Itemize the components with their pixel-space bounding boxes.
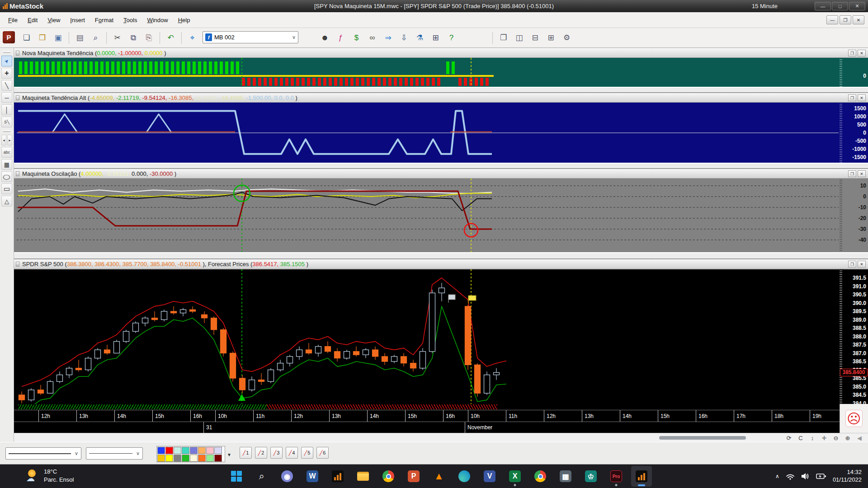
color-swatch[interactable] [206,447,214,454]
crosshair-button[interactable]: ⌖ [186,31,199,44]
panel-close-button[interactable]: ✕ [858,261,866,267]
taskbar-icon-powerpoint[interactable]: P [403,466,424,487]
oscillator-scale[interactable]: 100-10-20-30-40 [840,178,868,252]
rectangle-tool-button[interactable]: ▭ [1,183,12,194]
color-swatch[interactable] [165,455,173,462]
time-axis-hours[interactable]: 12h13h14h15h16h10h11h12h13h14h15h16h10h1… [14,410,840,422]
taskbar-icon-file-explorer[interactable] [353,466,373,487]
cascade-button[interactable]: ❐ [497,31,510,44]
line-weight-dropdown[interactable]: ∨ [86,447,143,460]
panel-restore-button[interactable]: ❐ [848,50,856,56]
panel-splitter-2[interactable] [14,163,868,169]
scroll-left-button[interactable]: ◂ [1,135,6,145]
options-button[interactable]: ⚙ [560,31,573,44]
color-swatch[interactable] [190,455,198,462]
menu-item-file[interactable]: File [4,15,22,25]
chart-template-button-5[interactable]: ╱5 [301,447,313,459]
color-swatch[interactable] [214,455,222,462]
mdi-restore-button[interactable]: ❐ [840,15,851,24]
zoom-out-button[interactable]: ⊖ [830,434,842,442]
scrollbar-thumb[interactable] [659,436,746,440]
back-button[interactable]: ◀ [853,434,866,442]
color-swatch[interactable] [198,455,206,462]
explorer-button[interactable]: ∞ [366,31,379,44]
taskbar-icon-vlc[interactable]: ▲ [429,466,449,487]
expert-corner[interactable]: ☹ [840,404,868,433]
close-button[interactable]: ✕ [849,2,865,10]
color-swatch[interactable] [174,447,181,454]
report-button[interactable]: ⊞ [429,31,442,44]
color-swatch[interactable] [182,455,189,462]
menu-item-view[interactable]: View [43,15,65,25]
taskbar-icon-word[interactable]: W [302,466,323,487]
panel-grip[interactable] [16,171,19,176]
battery-icon[interactable] [816,472,827,480]
tile-quad-button[interactable]: ⊞ [544,31,557,44]
menu-item-help[interactable]: Help [174,15,195,25]
color-swatch[interactable] [206,455,214,462]
vertical-scale-button[interactable]: ↕ [806,434,819,442]
metastock-program-button[interactable]: P [3,31,15,43]
paste-button[interactable]: ⎘ [142,31,156,44]
panel-close-button[interactable]: ✕ [858,94,866,101]
panel-header-maquineta-tendencia-alt[interactable]: Maquineta Tendência Alt (-4.65009, -2.11… [14,93,868,103]
grid-tool-button[interactable]: ▦ [1,159,12,170]
chart-template-button-6[interactable]: ╱6 [316,447,329,459]
chart-template-button-3[interactable]: ╱3 [270,447,283,459]
mdi-close-button[interactable]: ✕ [853,15,864,24]
mdi-minimize-button[interactable]: — [826,15,838,24]
layout-combobox[interactable]: fMB 002∨ [203,31,298,43]
wifi-icon[interactable] [785,472,795,480]
taskbar-icon-chat[interactable]: ◉ [277,466,297,487]
taskbar-icon-visio[interactable]: V [479,466,500,487]
crosshair-tool-button[interactable]: + [1,68,12,79]
indicator-builder-button[interactable]: ƒ [334,31,347,44]
chart-template-button-2[interactable]: ╱2 [255,447,267,459]
panel-close-button[interactable]: ✕ [858,170,866,177]
triangle-tool-button[interactable]: △ [1,196,12,206]
panel-grip[interactable] [16,95,19,100]
move-button[interactable]: ✛ [818,434,830,442]
context-help-button[interactable]: ? [445,31,458,44]
panel-header-nova-maquineta-tendencia[interactable]: Nova Maquineta Tendência (0.0000, -1.000… [14,48,868,58]
taskbar-icon-edge[interactable] [454,466,475,487]
panel-restore-button[interactable]: ❐ [848,261,856,267]
panel-close-button[interactable]: ✕ [858,50,866,56]
copy-button[interactable]: ⧉ [127,31,140,44]
taskbar-icon-pro[interactable]: Pro [606,466,627,487]
line-style-dropdown[interactable]: ∨ [5,447,81,460]
expert-advisor-button[interactable]: ☻ [318,31,331,44]
panel-splitter-1[interactable] [14,87,868,93]
taskbar-icon-start[interactable] [226,466,247,487]
color-swatch[interactable] [157,447,165,454]
panel-header-maquineta-oscilacao[interactable]: Maquineta Oscilação (4.00000, -3.16131, … [14,169,868,178]
palette-more-arrow[interactable]: ▼ [227,452,231,457]
save-button[interactable]: ▣ [52,31,65,44]
panel-header-spdr-sp500[interactable]: SPDR S&P 500 (386.3800, 386.4300, 385.77… [14,259,868,269]
horizontal-line-tool-button[interactable]: ─ [1,92,12,103]
cut-button[interactable]: ✂ [111,31,124,44]
price-scale[interactable]: 391.5391.0390.5390.0389.5389.0388.5388.0… [840,269,868,404]
downloader-button[interactable]: ⇩ [397,31,410,44]
forecaster-button[interactable]: ⇒ [382,31,395,44]
trendline-tool-button[interactable]: ╲ [1,80,12,91]
zoom-in-button[interactable]: ⊕ [841,434,854,442]
compress-button[interactable]: C [794,434,807,442]
menu-item-insert[interactable]: Insert [66,15,90,25]
speaker-icon[interactable] [801,472,810,480]
weather-widget[interactable]: ☁ 18°CParc. Ensol [26,468,74,483]
panel-grip[interactable] [16,262,19,267]
open-button[interactable]: ❒ [36,31,49,44]
new-chart-button[interactable]: ❏ [20,31,33,44]
panel-grip[interactable] [16,51,19,56]
chart-template-button-1[interactable]: ╱1 [240,447,252,459]
taskbar-icon-chrome-2[interactable] [530,466,551,487]
undo-button[interactable]: ↶ [164,31,177,44]
taskbar-icon-metastock[interactable] [327,466,348,487]
tile-horizontal-button[interactable]: ⊟ [528,31,542,44]
color-swatch[interactable] [214,447,222,454]
trend-histogram-chart[interactable] [14,58,840,87]
taskbar-icon-excel[interactable]: X [505,466,525,487]
maximize-button[interactable]: □ [832,2,848,10]
panel-restore-button[interactable]: ❐ [848,170,856,177]
